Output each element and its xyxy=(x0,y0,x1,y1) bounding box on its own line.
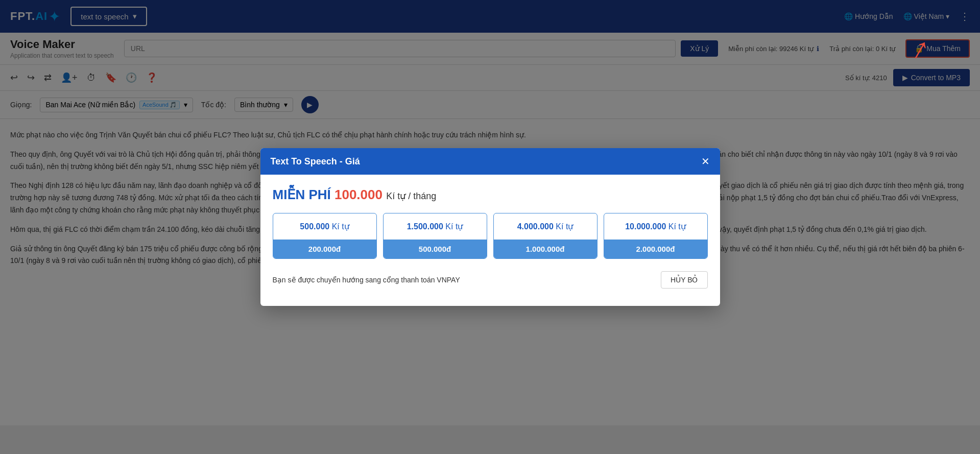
modal-close-button[interactable]: ✕ xyxy=(701,155,710,168)
plan-4-price: 2.000.000đ xyxy=(604,240,707,258)
plan-4-chars: 10.000.000 Kí tự xyxy=(604,213,707,240)
plan-card-4[interactable]: 10.000.000 Kí tự 2.000.000đ xyxy=(604,213,708,259)
plan-3-chars: 4.000.000 Kí tự xyxy=(494,213,597,240)
free-tier-title: MIỄN PHÍ 100.000 Kí tự / tháng xyxy=(273,187,708,203)
red-arrow-annotation: ↑ xyxy=(906,29,937,67)
plan-2-chars: 1.500.000 Kí tự xyxy=(384,213,487,240)
plan-2-price: 500.000đ xyxy=(384,240,487,258)
modal-body: MIỄN PHÍ 100.000 Kí tự / tháng 500.000 K… xyxy=(260,175,720,306)
plan-card-1[interactable]: 500.000 Kí tự 200.000đ xyxy=(273,213,377,259)
modal-overlay[interactable]: ↑ Text To Speech - Giá ✕ MIỄN PHÍ 100.00… xyxy=(0,0,980,454)
huy-bo-button[interactable]: HỦY BỎ xyxy=(661,271,707,289)
plan-1-price: 200.000đ xyxy=(273,240,376,258)
pricing-grid: 500.000 Kí tự 200.000đ 1.500.000 Kí tự 5… xyxy=(273,213,708,259)
plan-card-2[interactable]: 1.500.000 Kí tự 500.000đ xyxy=(383,213,487,259)
pricing-modal: Text To Speech - Giá ✕ MIỄN PHÍ 100.000 … xyxy=(260,148,720,306)
plan-1-chars: 500.000 Kí tự xyxy=(273,213,376,240)
modal-header: Text To Speech - Giá ✕ xyxy=(260,148,720,175)
modal-footer: Bạn sẽ được chuyển hướng sang cổng thanh… xyxy=(273,271,708,294)
vnpay-note: Bạn sẽ được chuyển hướng sang cổng thanh… xyxy=(273,276,460,284)
plan-3-price: 1.000.000đ xyxy=(494,240,597,258)
modal-title: Text To Speech - Giá xyxy=(271,156,360,167)
plan-card-3[interactable]: 4.000.000 Kí tự 1.000.000đ xyxy=(493,213,597,259)
